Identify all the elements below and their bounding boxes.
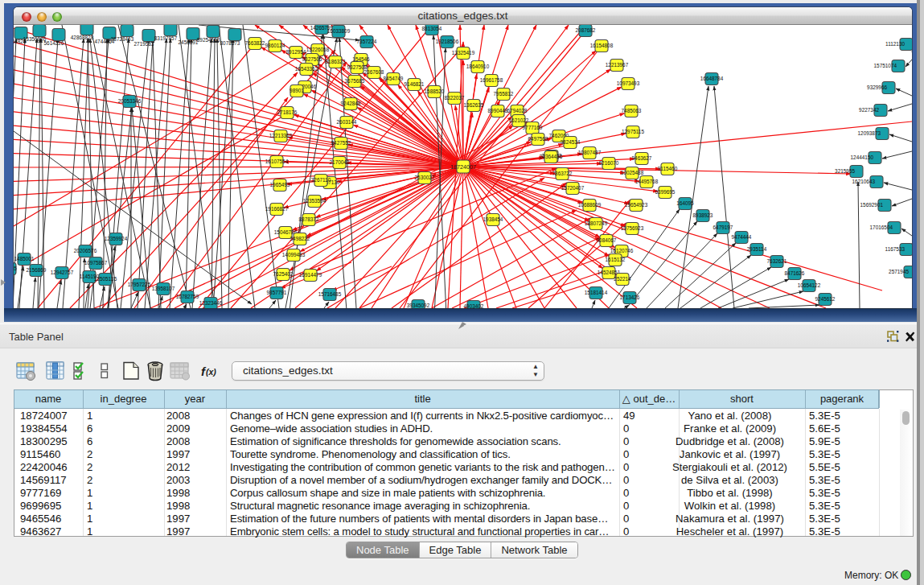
svg-text:2170043: 2170043 — [330, 159, 350, 165]
svg-text:98901: 98901 — [290, 88, 304, 93]
svg-text:2718176: 2718176 — [277, 109, 298, 115]
svg-text:18724007: 18724007 — [450, 163, 476, 171]
svg-text:12359924: 12359924 — [105, 236, 128, 241]
svg-text:(x): (x) — [206, 367, 216, 377]
svg-text:7863722: 7863722 — [552, 171, 573, 176]
svg-text:19654923: 19654923 — [625, 202, 648, 208]
svg-text:1713426: 1713426 — [620, 295, 640, 300]
svg-text:7663822: 7663822 — [245, 40, 265, 46]
svg-text:7485063: 7485063 — [622, 108, 642, 113]
svg-text:9860124: 9860124 — [265, 43, 285, 48]
svg-text:16154808: 16154808 — [590, 43, 614, 48]
svg-text:9463627: 9463627 — [632, 155, 652, 161]
svg-text:9329966: 9329966 — [867, 84, 887, 90]
svg-text:17016504: 17016504 — [870, 225, 893, 230]
svg-text:20364436: 20364436 — [540, 154, 563, 159]
svg-text:164095: 164095 — [676, 200, 694, 206]
svg-text:14495768: 14495768 — [635, 179, 659, 184]
svg-text:9327505: 9327505 — [302, 56, 322, 62]
svg-text:3675685: 3675685 — [345, 78, 365, 84]
svg-text:39155: 39155 — [14, 266, 17, 271]
svg-text:8990448: 8990448 — [488, 108, 508, 113]
svg-text:18640910: 18640910 — [466, 64, 490, 69]
svg-text:17957225: 17957225 — [128, 282, 151, 287]
svg-text:9084067: 9084067 — [597, 237, 617, 243]
svg-text:16033809: 16033809 — [327, 28, 351, 34]
svg-text:1362635: 1362635 — [464, 102, 484, 108]
svg-text:7632621: 7632621 — [767, 258, 787, 264]
svg-text:1615132: 1615132 — [606, 257, 626, 262]
svg-text:2935114: 2935114 — [747, 246, 767, 252]
svg-text:2458591: 2458591 — [179, 39, 199, 45]
svg-text:28728463: 28728463 — [111, 36, 134, 42]
svg-text:9857791: 9857791 — [267, 290, 287, 295]
svg-text:12213967: 12213967 — [606, 62, 629, 68]
svg-text:9242848: 9242848 — [341, 101, 361, 106]
svg-text:2603144: 2603144 — [337, 119, 357, 125]
svg-text:10973493: 10973493 — [617, 80, 640, 86]
svg-text:16914479: 16914479 — [299, 272, 322, 278]
svg-text:14099483: 14099483 — [282, 252, 306, 257]
svg-text:1621022: 1621022 — [509, 117, 529, 123]
svg-text:1485001: 1485001 — [14, 256, 35, 262]
svg-text:10807487: 10807487 — [578, 150, 602, 155]
svg-text:1167533: 1167533 — [885, 246, 906, 252]
svg-text:8938923: 8938923 — [693, 212, 713, 218]
svg-text:8186323: 8186323 — [326, 59, 346, 64]
svg-text:2367608: 2367608 — [364, 69, 384, 75]
svg-text:10654122: 10654122 — [798, 282, 821, 288]
svg-text:4903402: 4903402 — [464, 303, 484, 308]
svg-text:15751074: 15751074 — [874, 63, 897, 68]
svg-text:83197857: 83197857 — [154, 35, 178, 41]
svg-text:2087682: 2087682 — [576, 27, 596, 33]
svg-text:9245612: 9245612 — [815, 296, 836, 302]
svg-text:39345092: 39345092 — [407, 303, 430, 308]
svg-text:154546: 154546 — [352, 56, 370, 62]
svg-text:6216070: 6216070 — [599, 160, 619, 166]
svg-text:2530027: 2530027 — [415, 175, 435, 180]
svg-text:3215955: 3215955 — [835, 168, 855, 174]
svg-text:252214: 252214 — [614, 276, 631, 282]
svg-text:1588520: 1588520 — [425, 89, 445, 94]
svg-text:16107554: 16107554 — [265, 159, 289, 164]
svg-text:1112130: 1112130 — [885, 41, 905, 47]
svg-text:12353594: 12353594 — [303, 198, 326, 204]
svg-text:12213369: 12213369 — [269, 133, 293, 138]
svg-text:3267110: 3267110 — [311, 177, 331, 183]
svg-text:8912954: 8912954 — [286, 49, 306, 55]
svg-text:12323446: 12323446 — [199, 300, 223, 306]
svg-text:7625402: 7625402 — [273, 271, 294, 277]
svg-text:18807249: 18807249 — [585, 220, 608, 226]
svg-text:3498222: 3498222 — [290, 236, 310, 241]
svg-text:13356886: 13356886 — [23, 36, 47, 42]
svg-text:12942757: 12942757 — [51, 270, 74, 275]
svg-text:13958107: 13958107 — [152, 286, 175, 291]
svg-text:6479197: 6479197 — [713, 225, 733, 230]
svg-text:13325419: 13325419 — [452, 50, 475, 56]
svg-text:9146821: 9146821 — [405, 81, 425, 87]
svg-text:3824534: 3824534 — [561, 139, 581, 145]
svg-text:9474444: 9474444 — [732, 234, 752, 240]
svg-text:15716485: 15716485 — [318, 291, 342, 297]
svg-text:12444150: 12444150 — [851, 154, 874, 160]
svg-text:6497568: 6497568 — [528, 136, 548, 142]
svg-text:10688609: 10688609 — [578, 202, 602, 208]
svg-text:19166827: 19166827 — [265, 206, 289, 212]
svg-text:89254563: 89254563 — [197, 37, 220, 43]
svg-text:8813054: 8813054 — [422, 26, 442, 31]
svg-text:42868828: 42868828 — [71, 35, 94, 40]
svg-text:12975115: 12975115 — [622, 129, 644, 134]
svg-text:8471626: 8471626 — [785, 270, 805, 276]
svg-text:12505135: 12505135 — [94, 276, 117, 282]
svg-text:16120746: 16120746 — [610, 248, 634, 253]
svg-text:16210643: 16210643 — [852, 179, 876, 184]
svg-text:10975867: 10975867 — [84, 260, 108, 266]
svg-text:8322037: 8322037 — [445, 95, 465, 101]
svg-text:16782759: 16782759 — [176, 294, 199, 299]
svg-text:2156869: 2156869 — [27, 267, 47, 273]
svg-text:6399695: 6399695 — [655, 189, 676, 195]
svg-text:20206576: 20206576 — [74, 248, 97, 253]
svg-text:1938454: 1938454 — [483, 216, 503, 222]
svg-text:16543362: 16543362 — [295, 66, 318, 72]
svg-text:16648784: 16648784 — [700, 76, 724, 81]
